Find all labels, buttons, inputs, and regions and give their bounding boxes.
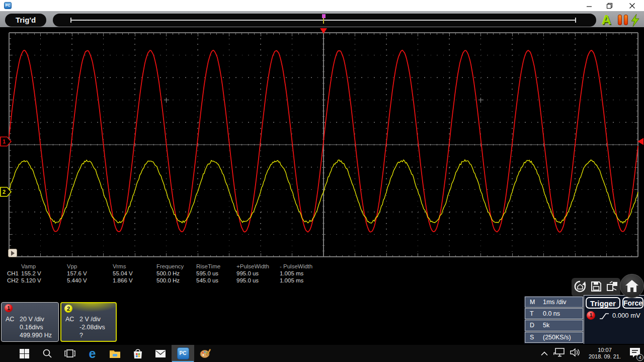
meas-value: 995.0 us: [236, 270, 280, 277]
taskbar-apps: e PC: [0, 345, 217, 362]
network-button[interactable]: [553, 348, 565, 359]
volume-button[interactable]: [570, 348, 581, 359]
channel1-badge: 1: [5, 304, 13, 312]
meas-value: 5.120 V: [21, 277, 67, 284]
channel-tag-label: 1: [3, 138, 6, 144]
channel1-box[interactable]: 1 AC 20 V /div 0.16divs 499.990 Hz: [1, 302, 59, 342]
restore-icon: [606, 3, 613, 9]
timebase-panel[interactable]: M 1ms /div T 0.0 ns D 5k S (250KS/s): [524, 296, 584, 344]
utility-icon-bar: [572, 278, 620, 297]
channel2-coupling-scale: AC 2 V /div: [65, 316, 74, 323]
slider-right-end: [575, 18, 576, 23]
timebase-row-t[interactable]: T 0.0 ns: [525, 308, 583, 319]
meas-header: Vpp: [67, 263, 113, 270]
mail-button[interactable]: [149, 345, 172, 362]
close-button[interactable]: [622, 0, 642, 11]
meas-value: 595.0 us: [196, 270, 236, 277]
file-explorer-button[interactable]: [104, 345, 126, 362]
scope-display[interactable]: 12: [0, 27, 644, 261]
export-button[interactable]: [606, 280, 619, 295]
mail-icon: [155, 349, 166, 358]
force-button[interactable]: Force: [622, 297, 643, 309]
timebase-row-m[interactable]: M 1ms /div: [525, 297, 583, 308]
channel-tag-label: 2: [3, 189, 6, 195]
save-button[interactable]: [590, 280, 602, 295]
meas-value: 5.440 V: [67, 277, 113, 284]
home-button[interactable]: [620, 274, 644, 298]
edge-icon: e: [89, 347, 96, 359]
trigger-level-value: 0.000 mV: [612, 312, 640, 319]
store-button[interactable]: [126, 345, 149, 362]
folder-icon: [109, 349, 121, 358]
tray-date: 2018. 09. 21.: [586, 353, 623, 360]
windows-logo-icon: [20, 349, 29, 358]
start-button[interactable]: [13, 345, 36, 362]
meas-header: Vamp: [21, 263, 67, 270]
meas-row-label: CH2: [7, 277, 21, 284]
task-view-button[interactable]: [58, 345, 81, 362]
channel1-coupling-scale: AC 20 V /div: [6, 316, 14, 323]
trigger-level-marker[interactable]: [637, 138, 643, 145]
default-setup-icon: [574, 280, 587, 293]
rising-edge-icon: [599, 312, 609, 322]
channel2-position: -2.08divs: [79, 324, 105, 331]
action-center-button[interactable]: 4: [629, 347, 642, 360]
search-icon: [42, 348, 52, 358]
meas-row-label: CH1: [7, 270, 21, 277]
meas-value: 157.6 V: [67, 270, 113, 277]
save-icon: [590, 280, 602, 293]
system-tray: 10:07 2018. 09. 21. 4: [541, 345, 642, 362]
taskbar-pc-oscilloscope-button[interactable]: PC: [172, 345, 194, 362]
speaker-icon: [570, 348, 581, 357]
trigger-source-badge: 1: [587, 311, 595, 320]
timebase-value: 1ms /div: [543, 299, 567, 306]
store-icon: [133, 348, 143, 359]
channel1-position: 0.16divs: [20, 324, 43, 331]
autoset-button[interactable]: A: [602, 13, 611, 26]
run-stop-button[interactable]: [618, 15, 628, 25]
trigger-button[interactable]: Trigger: [586, 297, 620, 309]
app-icon: PC: [4, 2, 12, 9]
task-view-icon: [64, 349, 75, 358]
slider-trigger-marker[interactable]: [322, 14, 326, 18]
trigger-panel: Trigger Force 1 0.000 mV: [584, 295, 644, 344]
meas-value: 545.0 us: [196, 277, 236, 284]
default-setup-button[interactable]: [574, 280, 587, 295]
slider-left-end: [70, 18, 71, 23]
search-button[interactable]: [36, 345, 58, 362]
notification-count-badge: 4: [636, 354, 643, 361]
lightning-icon: [631, 14, 640, 27]
tray-time: 10:07: [586, 347, 623, 353]
minimize-button[interactable]: [579, 0, 599, 11]
expand-corner-button[interactable]: [8, 249, 17, 257]
timebase-row-s[interactable]: S (250KS/s): [525, 332, 583, 343]
timebase-row-d[interactable]: D 5k: [525, 320, 583, 331]
edge-button[interactable]: e: [81, 345, 104, 362]
meas-header: Vrms: [113, 263, 156, 270]
play-icon: [11, 251, 15, 256]
pc-app-icon: PC: [177, 347, 189, 359]
channel2-box[interactable]: 2 AC 2 V /div -2.08divs ?: [60, 302, 117, 342]
meas-value: 55.04 V: [113, 270, 156, 277]
clock[interactable]: 10:07 2018. 09. 21.: [586, 347, 623, 360]
meas-value: 155.2 V: [21, 270, 67, 277]
channel2-badge: 2: [64, 305, 72, 313]
export-icon: [606, 280, 619, 293]
ethernet-icon: [553, 348, 565, 357]
measurements-table: Vamp Vpp Vrms Frequency RiseTime +PulseW…: [7, 263, 326, 284]
meas-value: 1.005 ms: [280, 270, 326, 277]
chevron-up-icon: [541, 351, 548, 356]
minimize-icon: [586, 3, 592, 9]
timebase-value: 5k: [543, 322, 549, 329]
paint-button[interactable]: [194, 345, 217, 362]
meas-header: +PulseWidth: [236, 263, 280, 270]
timebase-value: 0.0 ns: [543, 310, 560, 317]
meas-header: - PulseWidth: [280, 263, 326, 270]
restore-button[interactable]: [599, 0, 619, 11]
meas-header: Frequency: [156, 263, 196, 270]
channel2-frequency: ?: [79, 332, 83, 339]
meas-value: 500.0 Hz: [156, 277, 196, 284]
tray-chevron-button[interactable]: [541, 349, 548, 358]
trigger-status-badge: Trig'd: [5, 14, 46, 27]
meas-value: 500.0 Hz: [156, 270, 196, 277]
